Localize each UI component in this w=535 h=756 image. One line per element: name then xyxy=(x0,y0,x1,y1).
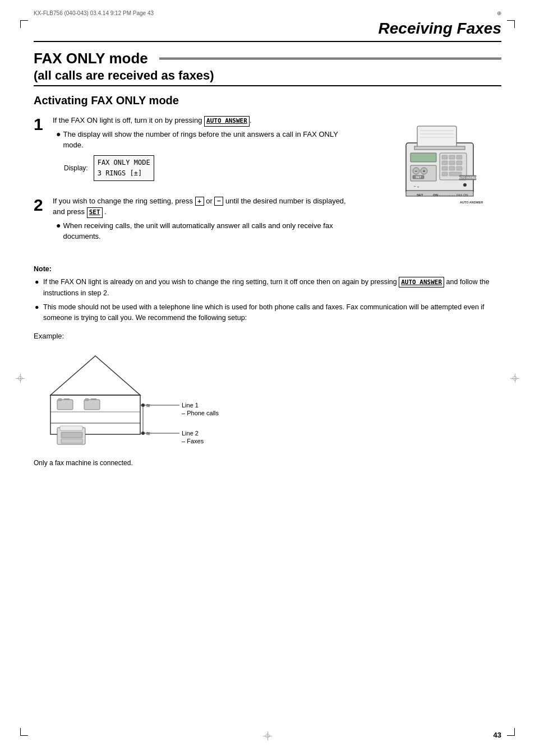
note-section: Note: ● If the FAX ON light is already o… xyxy=(34,264,501,324)
auto-answer-key-1: AUTO ANSWER xyxy=(204,116,250,127)
main-columns: 1 If the FAX ON light is off, turn it on… xyxy=(34,115,501,254)
svg-rect-11 xyxy=(449,161,455,165)
svg-text:FAX ON: FAX ON xyxy=(456,193,468,197)
svg-rect-10 xyxy=(442,161,448,165)
step-1-number: 1 xyxy=(34,115,47,185)
left-crosshair xyxy=(16,374,25,383)
note-bullet-2: ● xyxy=(35,302,40,324)
example-label: Example: xyxy=(34,332,501,340)
h1-bottom-border xyxy=(34,85,501,86)
bullet-dot-2: ● xyxy=(56,220,61,242)
section-h2: Activating FAX ONLY mode xyxy=(34,94,501,107)
step-2-bullet-text: When receiving calls, the unit will auto… xyxy=(63,220,356,242)
svg-rect-42 xyxy=(58,398,62,401)
svg-text:– Faxes: – Faxes xyxy=(182,438,204,444)
section-h1-sub: (all calls are received as faxes) xyxy=(34,68,501,83)
section-h1-sub-text: (all calls are received as faxes) xyxy=(34,68,214,83)
note-item-2: ● This mode should not be used with a te… xyxy=(35,302,501,324)
svg-text:SET: SET xyxy=(417,193,423,197)
svg-rect-15 xyxy=(456,166,462,170)
display-line1: FAX ONLY MODE xyxy=(98,157,150,168)
meta-header: KX-FLB756 (040-043) 03.4.14 9:12 PM Page… xyxy=(34,10,501,16)
svg-text:Line 2: Line 2 xyxy=(182,430,199,437)
step2-period: . xyxy=(104,207,107,216)
svg-text:Line 1: Line 1 xyxy=(182,402,199,409)
step-2-bullet: ● When receiving calls, the unit will au… xyxy=(56,220,356,242)
svg-rect-54 xyxy=(61,432,82,438)
section-h1-text: FAX ONLY mode xyxy=(34,50,148,67)
auto-answer-key-2: AUTO ANSWER xyxy=(399,277,444,287)
example-caption: Only a fax machine is connected. xyxy=(34,459,501,467)
svg-rect-14 xyxy=(449,166,455,170)
svg-rect-9 xyxy=(456,155,462,159)
svg-marker-37 xyxy=(50,356,140,395)
svg-rect-53 xyxy=(60,426,82,430)
step-1-content: If the FAX ON light is off, turn it on b… xyxy=(53,115,356,185)
svg-rect-43 xyxy=(64,398,70,400)
svg-rect-7 xyxy=(442,155,448,159)
note-item-2-text: This mode should not be used with a tele… xyxy=(43,302,501,324)
svg-text:– Phone calls: – Phone calls xyxy=(182,410,219,416)
svg-text:SET: SET xyxy=(416,175,421,179)
h1-line xyxy=(159,58,501,59)
minus-key: − xyxy=(214,197,223,206)
step-2-number: 2 xyxy=(34,196,47,244)
step-2: 2 If you wish to change the ring setting… xyxy=(34,196,356,244)
display-label: Display: xyxy=(64,163,88,173)
svg-rect-46 xyxy=(91,398,96,400)
meta-text: KX-FLB756 (040-043) 03.4.14 9:12 PM Page… xyxy=(34,10,154,16)
section-h1-wrapper: FAX ONLY mode (all calls are received as… xyxy=(34,50,501,83)
svg-rect-13 xyxy=(442,166,448,170)
svg-rect-55 xyxy=(61,439,82,443)
page-title: Receiving Faxes xyxy=(34,20,501,42)
step-1-bullet: ● The display will show the number of ri… xyxy=(56,129,356,151)
svg-rect-16 xyxy=(442,172,448,176)
note-item-1-text: If the FAX ON light is already on and yo… xyxy=(43,277,501,299)
svg-text:+: + xyxy=(417,185,419,188)
display-line2: 3 RINGS [±] xyxy=(98,168,150,179)
page-number: 43 xyxy=(494,731,501,739)
corner-mark-bl xyxy=(20,728,28,736)
bullet-dot-1: ● xyxy=(56,129,61,151)
svg-text:−: − xyxy=(415,169,418,174)
crosshair-symbol: ⊕ xyxy=(497,10,501,16)
svg-text:ON: ON xyxy=(433,193,438,197)
corner-mark-br xyxy=(507,728,515,736)
svg-rect-44 xyxy=(84,400,100,410)
corner-mark-tl xyxy=(20,20,28,28)
page-container: KX-FLB756 (040-043) 03.4.14 9:12 PM Page… xyxy=(0,0,535,756)
example-diagram: ≋ Line 1 – Phone calls ≋ Line 2 – Faxes xyxy=(34,345,247,454)
svg-rect-5 xyxy=(414,146,465,150)
step-2-text: If you wish to change the ring setting, … xyxy=(53,196,356,218)
fax-machine-diagram: − + SET AUTO ANSWER − + SET ON FAX ON xyxy=(372,115,496,227)
display-box: FAX ONLY MODE 3 RINGS [±] xyxy=(94,155,154,181)
svg-text:AUTO ANSWER: AUTO ANSWER xyxy=(460,201,483,204)
diagram-column: − + SET AUTO ANSWER − + SET ON FAX ON xyxy=(367,115,501,254)
svg-rect-8 xyxy=(449,155,455,159)
step-1-bullet-text: The display will show the number of ring… xyxy=(63,129,356,151)
example-section: Example: ≋ Line 1 – P xyxy=(34,332,501,467)
step-2-content: If you wish to change the ring setting, … xyxy=(53,196,356,244)
step-1-text: If the FAX ON light is off, turn it on b… xyxy=(53,115,356,127)
section-h2-text: Activating FAX ONLY mode xyxy=(34,94,179,106)
svg-text:AUTO ANSWER: AUTO ANSWER xyxy=(458,177,478,179)
section-h1: FAX ONLY mode xyxy=(34,50,501,67)
svg-rect-45 xyxy=(85,398,89,401)
svg-text:−: − xyxy=(414,185,416,188)
note-title: Note: xyxy=(34,264,501,275)
bottom-crosshair xyxy=(263,731,272,740)
svg-rect-12 xyxy=(456,161,462,165)
svg-rect-18 xyxy=(411,153,436,162)
page-title-text: Receiving Faxes xyxy=(379,20,501,37)
svg-rect-41 xyxy=(57,400,73,410)
svg-point-28 xyxy=(463,183,467,187)
display-area: Display: FAX ONLY MODE 3 RINGS [±] xyxy=(64,155,356,181)
corner-mark-tr xyxy=(507,20,515,28)
or-text: or xyxy=(206,197,214,205)
note-bullet-1: ● xyxy=(35,277,40,299)
step-1: 1 If the FAX ON light is off, turn it on… xyxy=(34,115,356,185)
plus-key: + xyxy=(195,197,204,206)
note-item-1: ● If the FAX ON light is already on and … xyxy=(35,277,501,299)
svg-text:+: + xyxy=(423,169,426,174)
steps-column: 1 If the FAX ON light is off, turn it on… xyxy=(34,115,356,254)
